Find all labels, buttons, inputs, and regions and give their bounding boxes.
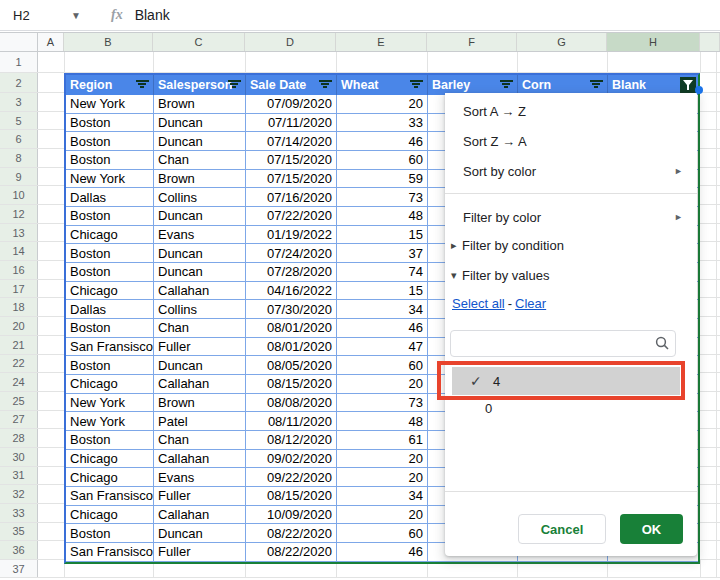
filter-search-input[interactable] (450, 330, 676, 357)
column-header-b[interactable]: B (64, 33, 153, 51)
table-cell[interactable]: Chan (154, 431, 246, 450)
table-cell[interactable]: Chicago (66, 468, 154, 487)
row-number-28[interactable]: 28 (0, 429, 38, 447)
table-cell[interactable]: 01/19/2022 (246, 226, 337, 245)
row-number-16[interactable]: 16 (0, 261, 38, 279)
table-cell[interactable]: 07/15/2020 (246, 151, 337, 170)
table-cell[interactable]: Chicago (66, 506, 154, 525)
table-cell[interactable]: Chan (154, 151, 246, 170)
row-number-35[interactable]: 35 (0, 523, 38, 541)
table-cell[interactable]: Callahan (154, 450, 246, 469)
table-header-region[interactable]: Region (66, 75, 154, 95)
table-cell[interactable]: 48 (337, 412, 428, 431)
table-cell[interactable]: 08/05/2020 (246, 356, 337, 375)
row-number-21[interactable]: 21 (0, 336, 38, 354)
table-cell[interactable]: 46 (337, 132, 428, 151)
table-cell[interactable]: 08/15/2020 (246, 487, 337, 506)
table-cell[interactable]: Boston (66, 524, 154, 543)
row-number-30[interactable]: 30 (0, 448, 38, 466)
table-cell[interactable]: Fuller (154, 338, 246, 357)
table-cell[interactable]: 07/14/2020 (246, 132, 337, 151)
table-cell[interactable]: Duncan (154, 244, 246, 263)
table-cell[interactable]: 07/30/2020 (246, 300, 337, 319)
table-cell[interactable]: 08/22/2020 (246, 543, 337, 562)
filter-value-item-0[interactable]: 0 (485, 399, 492, 417)
row-number-8[interactable]: 8 (0, 149, 38, 167)
table-cell[interactable]: 37 (337, 244, 428, 263)
table-cell[interactable]: 60 (337, 356, 428, 375)
table-cell[interactable]: 20 (337, 95, 428, 114)
table-header-sale-date[interactable]: Sale Date (246, 75, 337, 95)
table-cell[interactable]: 73 (337, 394, 428, 413)
table-cell[interactable]: 20 (337, 450, 428, 469)
menu-item-sort-za[interactable]: Sort Z → A (445, 127, 697, 155)
column-header-f[interactable]: F (427, 33, 517, 51)
cancel-button[interactable]: Cancel (518, 514, 606, 544)
table-cell[interactable]: Callahan (154, 282, 246, 301)
column-header-c[interactable]: C (153, 33, 245, 51)
select-all-link[interactable]: Select all (452, 296, 505, 311)
row-number-24[interactable]: 24 (0, 373, 38, 391)
row-number-27[interactable]: 27 (0, 411, 38, 429)
table-cell[interactable]: Duncan (154, 524, 246, 543)
table-cell[interactable]: Boston (66, 431, 154, 450)
table-cell[interactable]: New York (66, 412, 154, 431)
table-cell[interactable]: New York (66, 95, 154, 114)
table-cell[interactable]: San Fransisco (66, 338, 154, 357)
table-cell[interactable]: 07/28/2020 (246, 263, 337, 282)
table-cell[interactable]: 61 (337, 431, 428, 450)
table-header-wheat[interactable]: Wheat (337, 75, 428, 95)
table-cell[interactable]: 07/11/2020 (246, 114, 337, 133)
table-cell[interactable]: New York (66, 394, 154, 413)
column-header-partial[interactable] (700, 33, 720, 51)
table-cell[interactable]: Brown (154, 170, 246, 189)
table-cell[interactable]: Dallas (66, 188, 154, 207)
filter-icon[interactable] (227, 80, 241, 90)
table-header-barley[interactable]: Barley (428, 75, 518, 95)
table-cell[interactable]: 08/11/2020 (246, 412, 337, 431)
table-cell[interactable]: 34 (337, 487, 428, 506)
table-cell[interactable]: 07/24/2020 (246, 244, 337, 263)
column-header-g[interactable]: G (517, 33, 607, 51)
table-cell[interactable]: 20 (337, 468, 428, 487)
table-cell[interactable]: Boston (66, 114, 154, 133)
table-cell[interactable]: Duncan (154, 356, 246, 375)
table-cell[interactable]: Chicago (66, 450, 154, 469)
row-number-18[interactable]: 18 (0, 298, 38, 316)
table-cell[interactable]: 07/16/2020 (246, 188, 337, 207)
ok-button[interactable]: OK (620, 514, 683, 544)
table-cell[interactable]: 08/01/2020 (246, 338, 337, 357)
table-cell[interactable]: 46 (337, 319, 428, 338)
table-cell[interactable]: San Fransisco (66, 543, 154, 562)
table-cell[interactable]: 48 (337, 207, 428, 226)
row-number-2[interactable]: 2 (0, 73, 38, 92)
table-cell[interactable]: Duncan (154, 114, 246, 133)
table-cell[interactable]: 59 (337, 170, 428, 189)
filter-icon[interactable] (135, 80, 149, 90)
table-cell[interactable]: 46 (337, 543, 428, 562)
namebox-chevron-down-icon[interactable]: ▼ (71, 10, 81, 21)
table-cell[interactable]: 04/16/2022 (246, 282, 337, 301)
expand-expanded-icon[interactable]: ▾ (451, 269, 457, 282)
name-box[interactable]: H2 ▼ (0, 0, 95, 30)
table-header-blank[interactable]: Blank (608, 75, 698, 95)
row-number-5[interactable]: 5 (0, 112, 38, 130)
row-number-25[interactable]: 25 (0, 392, 38, 410)
table-cell[interactable]: Boston (66, 244, 154, 263)
formula-content[interactable]: Blank (135, 7, 170, 23)
menu-item-sort-by-color[interactable]: Sort by color ► (445, 157, 697, 185)
table-cell[interactable]: 15 (337, 282, 428, 301)
table-cell[interactable]: 73 (337, 188, 428, 207)
column-header-d[interactable]: D (245, 33, 336, 51)
table-cell[interactable]: Boston (66, 319, 154, 338)
table-cell[interactable]: Chan (154, 319, 246, 338)
table-cell[interactable]: San Fransisco (66, 487, 154, 506)
clear-link[interactable]: Clear (515, 296, 546, 311)
table-cell[interactable]: Brown (154, 394, 246, 413)
table-cell[interactable]: Boston (66, 151, 154, 170)
table-cell[interactable]: Chicago (66, 226, 154, 245)
table-cell[interactable]: Duncan (154, 207, 246, 226)
table-cell[interactable]: Fuller (154, 543, 246, 562)
selection-handle[interactable] (695, 86, 703, 94)
table-cell[interactable]: Callahan (154, 375, 246, 394)
